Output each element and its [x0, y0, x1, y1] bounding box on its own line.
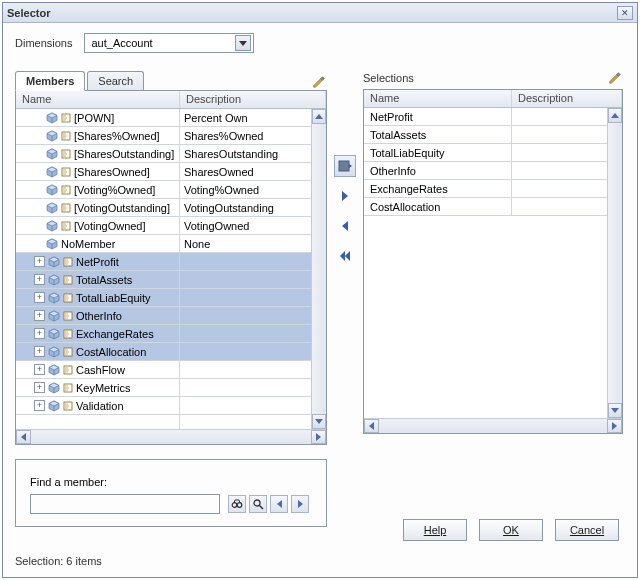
- table-row[interactable]: +Validation: [16, 397, 326, 415]
- members-header-name[interactable]: Name: [16, 91, 180, 108]
- members-header-desc[interactable]: Description: [180, 91, 326, 108]
- find-member-input[interactable]: [30, 494, 220, 514]
- table-row[interactable]: NetProfit: [364, 108, 622, 126]
- member-note-icon: [61, 167, 71, 177]
- table-row[interactable]: [VotingOwned]VotingOwned: [16, 217, 326, 235]
- find-prev-button[interactable]: [270, 495, 288, 513]
- member-name-text: [SharesOutstanding]: [74, 148, 174, 160]
- expand-icon[interactable]: +: [34, 310, 45, 321]
- ok-button[interactable]: OK: [479, 519, 543, 541]
- scroll-left-button[interactable]: [364, 419, 379, 433]
- table-row[interactable]: [SharesOutstanding]SharesOutstanding: [16, 145, 326, 163]
- table-row[interactable]: ExchangeRates: [364, 180, 622, 198]
- scroll-down-button[interactable]: [608, 403, 622, 418]
- member-name-text: ExchangeRates: [76, 328, 154, 340]
- table-row[interactable]: NoMemberNone: [16, 235, 326, 253]
- dimensions-select[interactable]: aut_Account: [84, 33, 254, 53]
- member-name-text: TotalLiabEquity: [76, 292, 151, 304]
- scroll-right-button[interactable]: [311, 430, 326, 444]
- selection-name-cell: TotalAssets: [364, 126, 512, 143]
- table-row[interactable]: +KeyMetrics: [16, 379, 326, 397]
- table-row[interactable]: +OtherInfo: [16, 307, 326, 325]
- add-selection-button[interactable]: [334, 155, 356, 177]
- scroll-left-button[interactable]: [16, 430, 31, 444]
- member-name-cell: +Validation: [16, 397, 180, 414]
- selections-vertical-scrollbar[interactable]: [607, 108, 622, 418]
- expand-icon[interactable]: +: [34, 292, 45, 303]
- member-name-cell: +ExchangeRates: [16, 325, 180, 342]
- table-row[interactable]: CostAllocation: [364, 198, 622, 216]
- chevron-up-icon: [611, 113, 619, 118]
- dimensions-dropdown-button[interactable]: [235, 35, 251, 51]
- member-name-text: [POWN]: [74, 112, 114, 124]
- scroll-right-button[interactable]: [607, 419, 622, 433]
- table-row[interactable]: +TotalAssets: [16, 271, 326, 289]
- find-binoculars-button[interactable]: [228, 495, 246, 513]
- help-button[interactable]: Help: [403, 519, 467, 541]
- member-name-text: CashFlow: [76, 364, 125, 376]
- expand-icon[interactable]: +: [34, 346, 45, 357]
- members-vertical-scrollbar[interactable]: [311, 109, 326, 429]
- members-panel: Members Search Name Description [POWN]Pe…: [15, 67, 327, 445]
- table-row[interactable]: [16, 415, 326, 429]
- expand-icon[interactable]: +: [34, 256, 45, 267]
- scroll-up-button[interactable]: [312, 109, 326, 124]
- table-row[interactable]: +TotalLiabEquity: [16, 289, 326, 307]
- expand-icon[interactable]: +: [34, 400, 45, 411]
- selection-name-cell: OtherInfo: [364, 162, 512, 179]
- table-row[interactable]: +CashFlow: [16, 361, 326, 379]
- close-button[interactable]: ✕: [617, 6, 633, 20]
- members-options-icon[interactable]: [311, 74, 327, 90]
- table-row[interactable]: [VotingOutstanding]VotingOutstanding: [16, 199, 326, 217]
- table-row[interactable]: OtherInfo: [364, 162, 622, 180]
- table-row[interactable]: +ExchangeRates: [16, 325, 326, 343]
- member-cube-icon: [46, 112, 58, 124]
- member-name-text: [VotingOutstanding]: [74, 202, 170, 214]
- member-note-icon: [61, 113, 71, 123]
- move-all-left-button[interactable]: [334, 245, 356, 267]
- selections-table-body[interactable]: NetProfitTotalAssetsTotalLiabEquityOther…: [364, 108, 622, 418]
- tab-search[interactable]: Search: [87, 71, 144, 90]
- expand-icon[interactable]: +: [34, 364, 45, 375]
- scroll-down-button[interactable]: [312, 414, 326, 429]
- table-row[interactable]: TotalLiabEquity: [364, 144, 622, 162]
- expand-icon[interactable]: +: [34, 382, 45, 393]
- table-row[interactable]: [Voting%Owned]Voting%Owned: [16, 181, 326, 199]
- member-name-text: [Voting%Owned]: [74, 184, 155, 196]
- move-right-button[interactable]: [334, 185, 356, 207]
- selections-horizontal-scrollbar[interactable]: [364, 418, 622, 433]
- selections-header-name[interactable]: Name: [364, 90, 512, 107]
- find-next-button[interactable]: [291, 495, 309, 513]
- expand-icon[interactable]: +: [34, 274, 45, 285]
- chevron-left-icon: [369, 422, 374, 430]
- selections-header-desc[interactable]: Description: [512, 90, 622, 107]
- selection-desc-cell: [512, 144, 622, 161]
- move-left-button[interactable]: [334, 215, 356, 237]
- table-row[interactable]: [Shares%Owned]Shares%Owned: [16, 127, 326, 145]
- selections-options-icon[interactable]: [607, 70, 623, 86]
- svg-point-18: [237, 503, 242, 508]
- table-row[interactable]: TotalAssets: [364, 126, 622, 144]
- member-cube-icon: [48, 400, 60, 412]
- table-row[interactable]: [SharesOwned]SharesOwned: [16, 163, 326, 181]
- selection-name-cell: NetProfit: [364, 108, 512, 125]
- selection-desc-cell: [512, 162, 622, 179]
- cancel-button[interactable]: Cancel: [555, 519, 619, 541]
- member-cube-icon: [48, 382, 60, 394]
- member-note-icon: [63, 329, 73, 339]
- double-arrow-left-icon: [337, 248, 353, 264]
- expand-icon[interactable]: +: [34, 328, 45, 339]
- table-row[interactable]: +NetProfit: [16, 253, 326, 271]
- tab-members[interactable]: Members: [15, 71, 85, 91]
- table-row[interactable]: +CostAllocation: [16, 343, 326, 361]
- member-desc-cell: Voting%Owned: [180, 181, 326, 198]
- find-magnifier-button[interactable]: [249, 495, 267, 513]
- selections-header: Selections: [363, 67, 623, 89]
- table-row[interactable]: [POWN]Percent Own: [16, 109, 326, 127]
- members-table-body[interactable]: [POWN]Percent Own[Shares%Owned]Shares%Ow…: [16, 109, 326, 429]
- member-desc-cell: [180, 289, 326, 306]
- members-horizontal-scrollbar[interactable]: [16, 429, 326, 444]
- member-name-cell: [SharesOutstanding]: [16, 145, 180, 162]
- member-name-cell: +TotalAssets: [16, 271, 180, 288]
- scroll-up-button[interactable]: [608, 108, 622, 123]
